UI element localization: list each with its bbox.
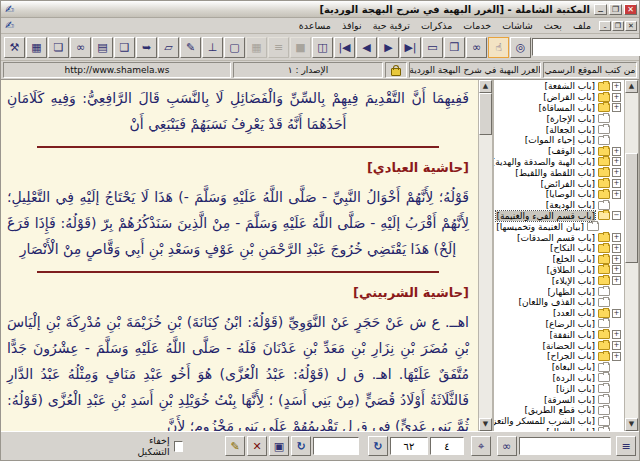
refresh-page-button[interactable]: ↻: [368, 436, 388, 456]
expand-icon[interactable]: +: [612, 233, 621, 242]
menu-item-notes[interactable]: مذكرات: [416, 19, 457, 32]
tree-item[interactable]: [باب قطع الطريق]: [494, 405, 624, 416]
close-button[interactable]: ✕: [624, 4, 637, 15]
expand-icon[interactable]: +: [612, 330, 621, 339]
scroll-up-icon[interactable]: ▲: [479, 80, 492, 93]
pin-button[interactable]: ⌖: [471, 436, 491, 456]
tree-item[interactable]: +[باب الجراح]: [494, 351, 624, 362]
tree-item[interactable]: −[باب قسم الفيء والغنيمة]: [494, 211, 624, 222]
expand-icon[interactable]: +: [612, 147, 621, 156]
save-button[interactable]: ▣: [269, 436, 289, 456]
quick-search-combobox[interactable]: [532, 38, 640, 56]
book-text-area[interactable]: فَفِيهِمَا أَنَّ التَّقْدِيمَ فِيهِمْ بِ…: [1, 80, 478, 431]
tree-item[interactable]: [باب الظهار]: [494, 286, 624, 297]
child-restore-button[interactable]: ❐: [612, 21, 624, 31]
clear-button[interactable]: ✕: [247, 436, 267, 456]
copy-button[interactable]: ❑: [114, 37, 135, 58]
goto-window-button[interactable]: ▭: [422, 37, 443, 58]
tree-item[interactable]: [باب الرضاع]: [494, 319, 624, 330]
tree-item[interactable]: +[باب الوقف]: [494, 146, 624, 157]
tree-scroll-thumb[interactable]: [625, 153, 638, 263]
edit-pencil-button[interactable]: ✎: [180, 37, 201, 58]
expand-icon[interactable]: +: [612, 341, 621, 350]
search-input[interactable]: [519, 437, 611, 455]
expand-icon[interactable]: +: [612, 265, 621, 274]
child-close-button[interactable]: ✕: [625, 21, 637, 31]
content-scrollbar[interactable]: ▲ ▼: [478, 80, 493, 431]
nav-prev-button[interactable]: ◀: [356, 37, 377, 58]
tree-scrollbar[interactable]: ▲ ▼: [624, 80, 639, 431]
window-properties-button[interactable]: ▢: [224, 37, 245, 58]
tree-item[interactable]: [بيان الغنيمة وتخميسها]: [494, 221, 624, 232]
expand-icon[interactable]: +: [612, 179, 621, 188]
tree-item[interactable]: [باب إحياء الموات]: [494, 135, 624, 146]
open-book-button[interactable]: ◫: [312, 37, 333, 58]
minimize-button[interactable]: ــ: [594, 4, 607, 15]
search2-button[interactable]: ∞: [466, 37, 487, 58]
tools-button[interactable]: ⚒: [4, 37, 25, 58]
tree-item[interactable]: +[باب النكاح]: [494, 243, 624, 254]
scroll-down-icon[interactable]: ▼: [479, 418, 492, 431]
menu-item-search[interactable]: بحث: [539, 19, 567, 32]
tree-item[interactable]: +[باب الإيلاء]: [494, 275, 624, 286]
content-scroll-track[interactable]: [479, 135, 492, 418]
open-folder-button[interactable]: ❒: [444, 37, 465, 58]
export-document-button[interactable]: ➥: [136, 37, 157, 58]
tree-item[interactable]: +[باب الحضانة]: [494, 340, 624, 351]
index-list-button[interactable]: ≡: [616, 436, 636, 456]
tree-item[interactable]: +[باب اللقطة واللقيط]: [494, 167, 624, 178]
tree-item[interactable]: +[باب القراض]: [494, 92, 624, 103]
goto-page-button[interactable]: ↻: [291, 436, 311, 456]
tree-item[interactable]: +[باب الفرائض]: [494, 178, 624, 189]
menu-item-services[interactable]: خدمات: [458, 19, 496, 32]
tree-item[interactable]: [باب الإجارة]: [494, 113, 624, 124]
menu-item-screens[interactable]: شاشات: [497, 19, 538, 32]
search-in-page-button[interactable]: ∞: [497, 436, 517, 456]
tree-item[interactable]: [باب الوديعة]: [494, 200, 624, 211]
menu-item-help[interactable]: مساعدة: [294, 19, 336, 32]
expand-icon[interactable]: +: [612, 276, 621, 285]
tree-item[interactable]: +[باب الخلع]: [494, 254, 624, 265]
expand-icon[interactable]: +: [612, 190, 621, 199]
goto-page-input[interactable]: [313, 437, 359, 455]
content-scroll-thumb[interactable]: [479, 93, 492, 135]
tree-item[interactable]: +[باب العدد]: [494, 308, 624, 319]
tree-item[interactable]: [باب القذف واللعان]: [494, 297, 624, 308]
report-button[interactable]: ▤: [92, 37, 113, 58]
tree-scroll-track[interactable]: [625, 263, 638, 418]
tree-item[interactable]: +[باب قسم الصدقات]: [494, 232, 624, 243]
expand-icon[interactable]: +: [612, 103, 621, 112]
tree-item[interactable]: [باب الزنا]: [494, 383, 624, 394]
tree-item[interactable]: [باب البغاة]: [494, 362, 624, 373]
tree-item[interactable]: +[باب الوصايا]: [494, 189, 624, 200]
restore-button[interactable]: ❐: [609, 4, 622, 15]
menu-item-live-update[interactable]: ترقية حية: [368, 19, 415, 32]
tree-item[interactable]: [باب الردة]: [494, 373, 624, 384]
menu-item-file[interactable]: ملف: [568, 19, 596, 32]
expand-icon[interactable]: +: [612, 93, 621, 102]
expand-icon[interactable]: +: [612, 352, 621, 361]
expand-icon[interactable]: +: [612, 82, 621, 91]
tree-item[interactable]: +[باب الهبة والصدقة والهدية]: [494, 157, 624, 168]
new-document-button[interactable]: ❏: [48, 37, 69, 58]
tree-item[interactable]: +[باب المساقاة]: [494, 103, 624, 114]
tree-item[interactable]: [باب الجعالة]: [494, 124, 624, 135]
tree-scroll-up-icon[interactable]: ▲: [625, 80, 638, 93]
nav-last-button[interactable]: ▶|: [400, 37, 421, 58]
expand-icon[interactable]: +: [612, 244, 621, 253]
screens-button[interactable]: ▦: [26, 37, 47, 58]
page-number-input[interactable]: ٦٢: [390, 437, 428, 455]
collapse-icon[interactable]: −: [612, 211, 621, 220]
tree-item[interactable]: [باب الشرب للمسكر والتعزير]: [494, 416, 624, 427]
expand-icon[interactable]: +: [612, 309, 621, 318]
tree-item[interactable]: +[باب الطلاق]: [494, 265, 624, 276]
tree-item[interactable]: [باب السرقة]: [494, 394, 624, 405]
tree-scroll-down-icon[interactable]: ▼: [625, 418, 638, 431]
tree-item[interactable]: +[باب الشفعة]: [494, 81, 624, 92]
menu-item-windows[interactable]: نوافذ: [337, 19, 367, 32]
hide-tashkeel-checkbox[interactable]: [174, 441, 184, 452]
expand-icon[interactable]: +: [612, 168, 621, 177]
nav-next-button[interactable]: ▶: [378, 37, 399, 58]
highlight-pencil-button[interactable]: ✎: [225, 436, 245, 456]
tree-item[interactable]: +[باب النفقة]: [494, 329, 624, 340]
